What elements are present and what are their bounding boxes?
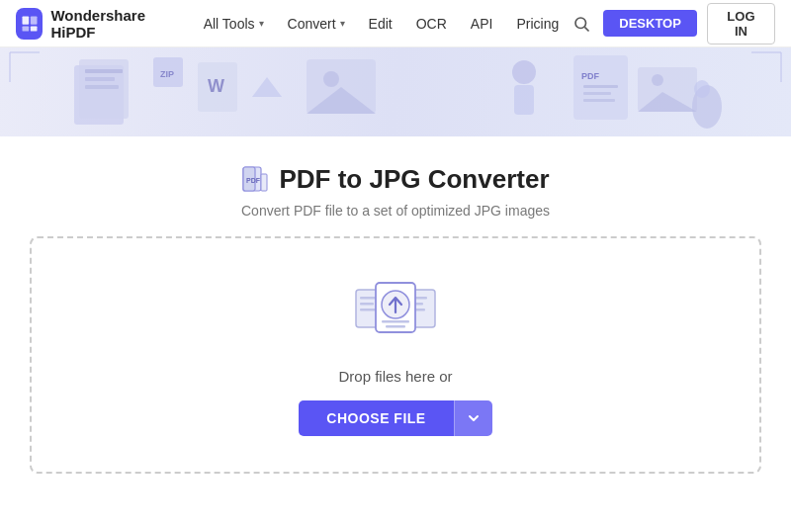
search-button[interactable] [569,8,593,40]
svg-rect-3 [31,26,38,31]
svg-rect-24 [583,85,618,88]
choose-file-button[interactable]: CHOOSE FILE [299,400,453,436]
svg-rect-46 [360,303,374,306]
svg-text:W: W [208,76,224,96]
svg-rect-2 [22,26,29,31]
page-subtitle: Convert PDF file to a set of optimized J… [241,203,550,219]
login-button[interactable]: LOG IN [707,3,775,44]
choose-file-row: CHOOSE FILE [299,400,491,436]
logo-area[interactable]: Wondershare HiPDF [16,7,174,41]
nav-pricing[interactable]: Pricing [506,10,569,38]
nav-ocr[interactable]: OCR [406,10,457,38]
svg-rect-39 [261,174,267,191]
desktop-button[interactable]: DESKTOP [603,10,697,37]
svg-point-4 [575,18,586,29]
svg-rect-11 [85,85,119,89]
page-title-area: PDF PDF to JPG Converter [241,164,549,195]
svg-point-18 [323,71,339,87]
svg-line-5 [584,27,588,31]
svg-rect-51 [382,320,409,323]
chevron-down-icon: ▾ [340,18,345,29]
nav-api[interactable]: API [461,10,503,38]
page-title: PDF to JPG Converter [279,164,549,195]
svg-text:PDF: PDF [246,177,261,184]
main-content: PDF PDF to JPG Converter Convert PDF fil… [0,136,791,493]
svg-point-35 [694,80,710,98]
nav-items: All Tools ▾ Convert ▾ Edit OCR API Prici… [194,10,570,38]
svg-rect-25 [583,92,611,95]
brand-name: Wondershare HiPDF [50,7,173,41]
nav-convert[interactable]: Convert ▾ [278,10,355,38]
svg-rect-21 [514,85,534,115]
hero-illustration: ZIP W PDF [0,47,791,136]
chevron-down-icon: ▾ [259,18,264,29]
svg-rect-26 [583,99,615,102]
hero-banner: ZIP W PDF [0,47,791,136]
upload-illustration [351,275,440,348]
svg-rect-10 [85,77,115,81]
chevron-down-icon [467,411,481,425]
nav-edit[interactable]: Edit [359,10,402,38]
svg-rect-9 [85,69,123,73]
svg-rect-47 [360,309,376,311]
svg-rect-0 [22,16,29,24]
pdf-file-icon: PDF [241,166,269,194]
svg-point-20 [512,60,536,84]
drop-text: Drop files here or [338,368,452,385]
svg-text:PDF: PDF [581,71,600,81]
svg-rect-52 [386,325,405,328]
drop-zone[interactable]: Drop files here or CHOOSE FILE [30,236,761,474]
svg-text:ZIP: ZIP [160,69,174,79]
svg-rect-1 [31,16,38,24]
navbar: Wondershare HiPDF All Tools ▾ Convert ▾ … [0,0,791,47]
logo-icon [16,8,43,40]
choose-file-dropdown-button[interactable] [454,400,492,436]
nav-right: DESKTOP LOG IN [569,3,775,44]
svg-point-28 [652,74,663,86]
nav-all-tools[interactable]: All Tools ▾ [194,10,274,38]
